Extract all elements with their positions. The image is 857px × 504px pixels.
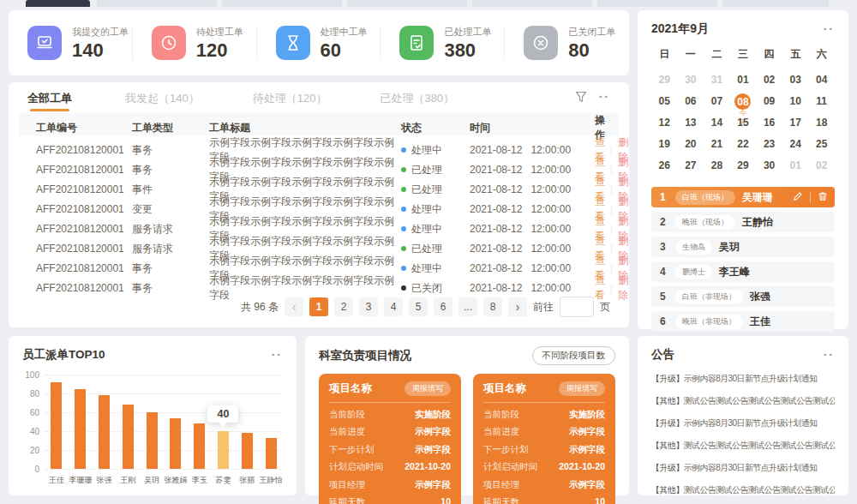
- shift-row[interactable]: 1白班（现场）吴珊珊: [651, 187, 835, 207]
- calendar-day[interactable]: 12: [651, 114, 678, 135]
- bar[interactable]: [242, 433, 253, 469]
- calendar-day[interactable]: 14: [704, 114, 730, 135]
- calendar-day[interactable]: 11: [808, 93, 835, 114]
- calendar-day[interactable]: 10: [782, 93, 809, 114]
- page-button[interactable]: 8: [483, 297, 502, 316]
- tab-my-created[interactable]: 我发起（140）: [125, 83, 200, 113]
- page-button[interactable]: 3: [359, 297, 378, 316]
- calendar-day[interactable]: 19: [651, 135, 678, 157]
- calendar-day[interactable]: 06: [678, 93, 704, 114]
- project-card[interactable]: 项目名称周报填写当前阶段实施阶段当前进度示例字段下一步计划示例字段计划启动时间2…: [473, 374, 615, 504]
- more-icon[interactable]: ··: [599, 91, 610, 103]
- calendar-day[interactable]: 18: [808, 114, 835, 135]
- bar[interactable]: [51, 382, 62, 469]
- calendar-day[interactable]: 04: [808, 71, 835, 93]
- table-row[interactable]: AFF202108120001事务示例字段示例字段示例字段示例字段示例字段处理中…: [19, 254, 619, 273]
- bar[interactable]: [75, 389, 86, 470]
- calendar-day[interactable]: 05: [651, 93, 678, 114]
- browser-tab[interactable]: [472, 0, 592, 7]
- bar[interactable]: [194, 423, 205, 469]
- bar[interactable]: [99, 395, 110, 469]
- more-icon[interactable]: ··: [272, 349, 283, 361]
- prev-page-icon[interactable]: ‹: [285, 297, 303, 316]
- shift-row[interactable]: 2晚班（现场）王静怡: [651, 212, 835, 232]
- calendar-day[interactable]: 16: [756, 114, 782, 135]
- calendar-day[interactable]: 31: [704, 71, 730, 93]
- page-button[interactable]: 6: [434, 297, 452, 316]
- calendar-day[interactable]: 25: [808, 135, 835, 157]
- calendar-day[interactable]: 30: [756, 157, 782, 178]
- table-row[interactable]: AFF202108120001变更示例字段示例字段示例字段示例字段示例字段处理中…: [19, 195, 619, 214]
- delete-link[interactable]: 删除: [618, 273, 628, 303]
- table-row[interactable]: AFF202108120001服务请求示例字段示例字段示例字段示例字段示例字段处…: [19, 214, 619, 234]
- calendar-day[interactable]: 13: [678, 114, 704, 135]
- table-row[interactable]: AFF202108120001事务示例字段示例字段示例字段示例字段示例字段已关闭…: [19, 273, 619, 293]
- bar[interactable]: [147, 412, 158, 469]
- calendar-day[interactable]: 30: [678, 71, 704, 93]
- browser-tab[interactable]: [347, 0, 467, 7]
- bar[interactable]: [218, 431, 229, 469]
- calendar-day[interactable]: 15: [730, 114, 757, 135]
- bar[interactable]: [266, 438, 277, 469]
- bar[interactable]: [170, 418, 181, 469]
- browser-tab[interactable]: [597, 0, 717, 7]
- tab-processed[interactable]: 已处理（380）: [380, 83, 454, 113]
- table-row[interactable]: AFF202108120001事务示例字段示例字段示例字段示例字段示例字段处理中…: [19, 135, 619, 155]
- announcement-item[interactable]: 【升级】示例内容8月30日新节点升级计划通知: [651, 417, 835, 429]
- bar[interactable]: [123, 405, 134, 469]
- page-button[interactable]: 4: [384, 297, 403, 316]
- announcement-item[interactable]: 【其他】测试公告测试公告测试公告测试公告测试公告: [651, 484, 835, 496]
- shift-row[interactable]: 3生物岛吴玥: [651, 237, 835, 257]
- edit-icon[interactable]: [793, 189, 803, 205]
- tab-all-orders[interactable]: 全部工单: [27, 83, 72, 113]
- calendar-day[interactable]: 03: [782, 71, 809, 93]
- announcement-item[interactable]: 【升级】示例内容8月30日新节点升级计划通知: [651, 373, 835, 385]
- calendar-day[interactable]: 26: [651, 157, 678, 178]
- calendar-day[interactable]: 09: [756, 93, 782, 114]
- more-icon[interactable]: ··: [824, 23, 835, 35]
- calendar-day[interactable]: 20: [678, 135, 704, 157]
- project-card[interactable]: 项目名称周报填写当前阶段实施阶段当前进度示例字段下一步计划示例字段计划启动时间2…: [319, 374, 461, 504]
- calendar-day[interactable]: 27: [678, 157, 704, 178]
- table-row[interactable]: AFF202108120001服务请求示例字段示例字段示例字段示例字段示例字段已…: [19, 234, 619, 254]
- shift-row[interactable]: 6晚班（非现场）王佳: [651, 311, 835, 332]
- calendar-day[interactable]: 24: [782, 135, 809, 157]
- next-page-icon[interactable]: ›: [508, 297, 527, 316]
- calendar-day[interactable]: 02: [808, 157, 835, 178]
- calendar-day[interactable]: 23: [756, 135, 782, 157]
- filter-icon[interactable]: [575, 91, 587, 103]
- announcement-item[interactable]: 【其他】测试公告测试公告测试公告测试公告测试公告: [651, 440, 835, 452]
- browser-tab-active[interactable]: [26, 0, 90, 7]
- table-row[interactable]: AFF202108120001事件示例字段示例字段示例字段示例字段示例字段已处理…: [19, 175, 619, 195]
- calendar-day[interactable]: 02: [756, 71, 782, 93]
- calendar-day[interactable]: 01: [730, 71, 757, 93]
- page-button[interactable]: ...: [458, 297, 477, 316]
- calendar-day[interactable]: 01: [782, 157, 809, 178]
- page-button[interactable]: 1: [309, 297, 328, 316]
- calendar-day[interactable]: 28: [704, 157, 730, 178]
- table-row[interactable]: AFF202108120001事务示例字段示例字段示例字段示例字段示例字段已处理…: [19, 155, 619, 175]
- tab-pending[interactable]: 待处理（120）: [253, 83, 327, 113]
- browser-tab[interactable]: [97, 0, 217, 7]
- calendar-day[interactable]: 29: [651, 71, 678, 93]
- calendar-day[interactable]: 29: [730, 157, 757, 178]
- more-icon[interactable]: ··: [824, 349, 835, 361]
- phase-count-button[interactable]: 不同阶段项目数: [532, 346, 616, 365]
- calendar-day[interactable]: 21: [704, 135, 730, 157]
- weekly-report-badge[interactable]: 周报填写: [559, 381, 605, 396]
- weekly-report-badge[interactable]: 周报填写: [405, 381, 451, 396]
- announcement-item[interactable]: 【升级】示例内容8月30日新节点升级计划通知: [651, 462, 835, 474]
- shift-row[interactable]: 4鹏博士李王峰: [651, 261, 835, 282]
- calendar-day[interactable]: 17: [782, 114, 809, 135]
- shift-row[interactable]: 5白班（非现场）张强: [651, 286, 835, 307]
- calendar-day-today[interactable]: 08今天: [730, 93, 757, 114]
- calendar-day[interactable]: 07: [704, 93, 730, 114]
- browser-tab[interactable]: [722, 0, 829, 7]
- calendar-day[interactable]: 22: [730, 135, 757, 157]
- page-button[interactable]: 5: [409, 297, 428, 316]
- goto-page-input[interactable]: [560, 297, 594, 317]
- announcement-item[interactable]: 【其他】测试公告测试公告测试公告测试公告测试公告: [651, 395, 835, 407]
- trash-icon[interactable]: [818, 189, 828, 205]
- page-button[interactable]: 2: [334, 297, 353, 316]
- browser-tab[interactable]: [222, 0, 342, 7]
